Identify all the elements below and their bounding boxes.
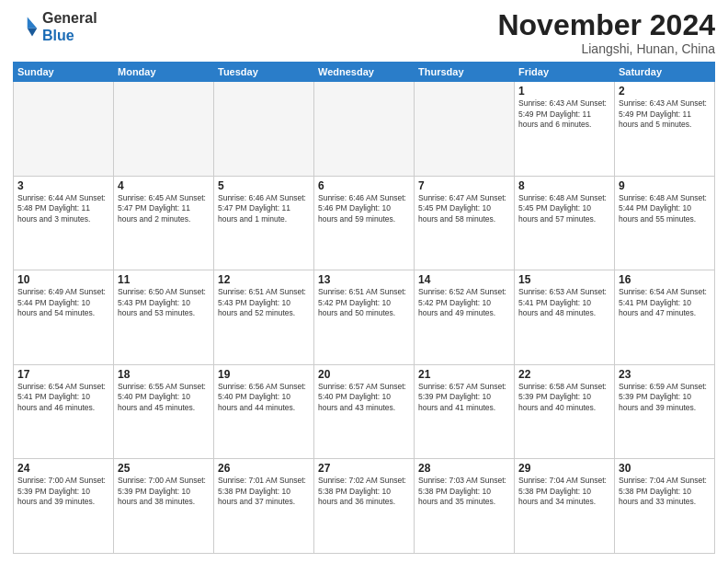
day-info: Sunrise: 6:54 AM Sunset: 5:41 PM Dayligh… [619,287,711,318]
svg-marker-0 [28,17,38,29]
day-info: Sunrise: 6:48 AM Sunset: 5:44 PM Dayligh… [619,193,711,224]
calendar-cell [114,82,214,177]
day-info: Sunrise: 6:53 AM Sunset: 5:41 PM Dayligh… [518,287,610,318]
calendar-header-row: SundayMondayTuesdayWednesdayThursdayFrid… [14,63,715,82]
calendar-cell: 13Sunrise: 6:51 AM Sunset: 5:42 PM Dayli… [314,270,415,365]
day-number: 15 [518,273,610,286]
day-number: 16 [619,273,711,286]
calendar-header-friday: Friday [515,63,615,82]
day-info: Sunrise: 6:55 AM Sunset: 5:40 PM Dayligh… [118,382,210,413]
logo-icon [13,14,39,40]
calendar-cell: 17Sunrise: 6:54 AM Sunset: 5:41 PM Dayli… [14,364,114,459]
day-number: 22 [518,368,610,381]
day-info: Sunrise: 6:43 AM Sunset: 5:49 PM Dayligh… [518,98,610,130]
svg-marker-1 [28,29,38,37]
day-number: 17 [17,368,109,381]
calendar-cell: 2Sunrise: 6:43 AM Sunset: 5:49 PM Daylig… [615,82,715,177]
day-number: 4 [118,179,210,192]
calendar-header-saturday: Saturday [615,63,715,82]
day-number: 30 [619,462,711,475]
day-info: Sunrise: 6:51 AM Sunset: 5:42 PM Dayligh… [318,287,410,318]
header: General Blue November 2024 Liangshi, Hun… [13,9,715,56]
calendar-cell [415,82,515,177]
day-number: 29 [518,462,610,475]
calendar-cell: 11Sunrise: 6:50 AM Sunset: 5:43 PM Dayli… [114,270,214,365]
title-block: November 2024 Liangshi, Hunan, China [497,9,715,56]
day-info: Sunrise: 6:45 AM Sunset: 5:47 PM Dayligh… [118,193,210,224]
calendar-cell: 8Sunrise: 6:48 AM Sunset: 5:45 PM Daylig… [515,176,615,270]
day-info: Sunrise: 6:57 AM Sunset: 5:40 PM Dayligh… [318,382,410,413]
calendar-cell: 28Sunrise: 7:03 AM Sunset: 5:38 PM Dayli… [415,459,515,554]
calendar-cell: 5Sunrise: 6:46 AM Sunset: 5:47 PM Daylig… [214,176,314,270]
day-info: Sunrise: 7:03 AM Sunset: 5:38 PM Dayligh… [418,476,510,507]
calendar-header-wednesday: Wednesday [314,63,415,82]
calendar-week-3: 17Sunrise: 6:54 AM Sunset: 5:41 PM Dayli… [14,364,715,459]
calendar-cell: 24Sunrise: 7:00 AM Sunset: 5:39 PM Dayli… [14,459,114,554]
day-info: Sunrise: 7:01 AM Sunset: 5:38 PM Dayligh… [218,476,310,507]
location-title: Liangshi, Hunan, China [497,41,715,56]
logo-text: General Blue [42,9,97,44]
day-info: Sunrise: 6:44 AM Sunset: 5:48 PM Dayligh… [17,193,109,224]
calendar-cell: 30Sunrise: 7:04 AM Sunset: 5:38 PM Dayli… [615,459,715,554]
day-info: Sunrise: 7:00 AM Sunset: 5:39 PM Dayligh… [118,476,210,507]
calendar-header-tuesday: Tuesday [214,63,314,82]
day-info: Sunrise: 6:50 AM Sunset: 5:43 PM Dayligh… [118,287,210,318]
day-info: Sunrise: 7:04 AM Sunset: 5:38 PM Dayligh… [518,476,610,507]
day-info: Sunrise: 6:43 AM Sunset: 5:49 PM Dayligh… [619,98,711,130]
day-info: Sunrise: 6:52 AM Sunset: 5:42 PM Dayligh… [418,287,510,318]
day-number: 23 [619,368,711,381]
day-number: 19 [218,368,310,381]
day-number: 1 [518,85,610,98]
day-number: 21 [418,368,510,381]
day-number: 20 [318,368,410,381]
calendar-cell: 20Sunrise: 6:57 AM Sunset: 5:40 PM Dayli… [314,364,415,459]
day-number: 2 [619,85,711,98]
calendar-cell: 9Sunrise: 6:48 AM Sunset: 5:44 PM Daylig… [615,176,715,270]
logo-blue: Blue [42,28,74,43]
calendar-cell: 29Sunrise: 7:04 AM Sunset: 5:38 PM Dayli… [515,459,615,554]
calendar-cell: 26Sunrise: 7:01 AM Sunset: 5:38 PM Dayli… [214,459,314,554]
calendar-cell: 10Sunrise: 6:49 AM Sunset: 5:44 PM Dayli… [14,270,114,365]
day-number: 14 [418,273,510,286]
month-title: November 2024 [497,9,715,41]
day-number: 11 [118,273,210,286]
page: General Blue November 2024 Liangshi, Hun… [0,0,728,563]
day-number: 7 [418,179,510,192]
day-number: 8 [518,179,610,192]
calendar-cell: 16Sunrise: 6:54 AM Sunset: 5:41 PM Dayli… [615,270,715,365]
day-info: Sunrise: 6:51 AM Sunset: 5:43 PM Dayligh… [218,287,310,318]
day-info: Sunrise: 6:47 AM Sunset: 5:45 PM Dayligh… [418,193,510,224]
logo: General Blue [13,9,97,44]
day-number: 24 [17,462,109,475]
day-info: Sunrise: 6:56 AM Sunset: 5:40 PM Dayligh… [218,382,310,413]
calendar-cell: 27Sunrise: 7:02 AM Sunset: 5:38 PM Dayli… [314,459,415,554]
day-info: Sunrise: 6:49 AM Sunset: 5:44 PM Dayligh… [17,287,109,318]
day-info: Sunrise: 6:46 AM Sunset: 5:47 PM Dayligh… [218,193,310,224]
day-info: Sunrise: 6:54 AM Sunset: 5:41 PM Dayligh… [17,382,109,413]
calendar-cell: 1Sunrise: 6:43 AM Sunset: 5:49 PM Daylig… [515,82,615,177]
day-info: Sunrise: 6:48 AM Sunset: 5:45 PM Dayligh… [518,193,610,224]
calendar-cell: 14Sunrise: 6:52 AM Sunset: 5:42 PM Dayli… [415,270,515,365]
day-info: Sunrise: 6:59 AM Sunset: 5:39 PM Dayligh… [619,382,711,413]
calendar-cell: 21Sunrise: 6:57 AM Sunset: 5:39 PM Dayli… [415,364,515,459]
calendar-cell: 25Sunrise: 7:00 AM Sunset: 5:39 PM Dayli… [114,459,214,554]
day-info: Sunrise: 7:00 AM Sunset: 5:39 PM Dayligh… [17,476,109,507]
calendar-week-2: 10Sunrise: 6:49 AM Sunset: 5:44 PM Dayli… [14,270,715,365]
day-number: 3 [17,179,109,192]
day-number: 18 [118,368,210,381]
day-number: 12 [218,273,310,286]
day-number: 13 [318,273,410,286]
calendar-cell [314,82,415,177]
day-number: 28 [418,462,510,475]
calendar-header-thursday: Thursday [415,63,515,82]
calendar-week-1: 3Sunrise: 6:44 AM Sunset: 5:48 PM Daylig… [14,176,715,270]
calendar-header-sunday: Sunday [14,63,114,82]
day-info: Sunrise: 7:04 AM Sunset: 5:38 PM Dayligh… [619,476,711,507]
calendar-cell: 12Sunrise: 6:51 AM Sunset: 5:43 PM Dayli… [214,270,314,365]
calendar-cell [14,82,114,177]
day-number: 26 [218,462,310,475]
calendar-cell: 7Sunrise: 6:47 AM Sunset: 5:45 PM Daylig… [415,176,515,270]
calendar-cell: 22Sunrise: 6:58 AM Sunset: 5:39 PM Dayli… [515,364,615,459]
logo-general: General [42,10,97,26]
calendar-cell: 4Sunrise: 6:45 AM Sunset: 5:47 PM Daylig… [114,176,214,270]
